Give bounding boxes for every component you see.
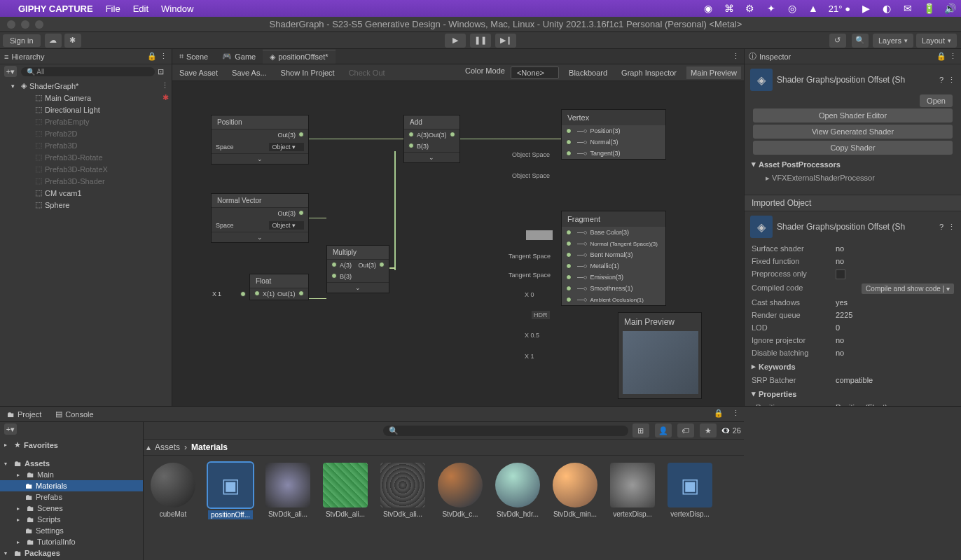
asset-item[interactable]: cubeMat [151,463,195,518]
tab-shadergraph[interactable]: ◈positionOffset* [263,50,335,64]
menu-edit[interactable]: Edit [133,4,148,14]
asset-item[interactable]: ▣vertexDisp... [668,463,712,518]
hierarchy-item[interactable]: ⬚Prefab3D-RotateX [0,163,172,175]
tab-game[interactable]: 🎮Game [215,50,263,63]
scene-menu-icon[interactable]: ⋮ [161,81,169,90]
menu-icon[interactable]: ⋮ [160,52,167,61]
view-generated-shader-button[interactable]: View Generated Shader [753,125,953,139]
project-search[interactable]: 🔍 [383,426,628,436]
folder-item[interactable]: 🖿Prefabs [0,491,143,503]
asset-item[interactable]: StvDdk_ali... [265,463,310,518]
blackboard-toggle[interactable]: Blackboard [565,66,611,79]
asset-item[interactable]: StvDdk_min... [553,463,597,518]
node-add[interactable]: Add A(3)Out(3) B(3) ⌄ [403,115,460,163]
layers-dropdown[interactable]: Layers [873,34,913,48]
space-dropdown[interactable]: Object ▾ [269,143,304,151]
bug-icon[interactable]: ✱ [64,34,81,48]
tray-icon[interactable]: ▶ [860,3,871,14]
lock-icon[interactable]: 🔒 [710,407,728,421]
volume-icon[interactable]: 🔊 [944,3,955,14]
breadcrumb-item[interactable]: Assets [155,442,180,452]
scene-icon[interactable]: ⊡ [158,67,169,76]
collapse-icon[interactable]: ⌄ [404,152,459,162]
hierarchy-item[interactable]: ⬚Prefab3D [0,139,172,151]
pause-button[interactable]: ❚❚ [470,34,491,48]
collapse-icon[interactable]: ⌄ [327,282,389,293]
float-x-input[interactable] [218,290,236,298]
app-name[interactable]: GIPHY CAPTURE [18,4,93,14]
help-icon[interactable]: ? [939,223,943,231]
filter-icon[interactable]: 👤 [655,424,672,438]
show-in-project-button[interactable]: Show In Project [277,66,339,79]
hidden-count[interactable]: 👁‍🗨 26 [721,426,741,435]
node-vertex[interactable]: Vertex —○Position(3) —○Normal(3) —○Tange… [561,109,666,160]
menu-window[interactable]: Window [161,4,193,14]
expand-icon[interactable]: ▾ [752,389,756,398]
folder-item[interactable]: ▸🖿Scenes [0,503,143,514]
hierarchy-item[interactable]: ⬚Directional Light [0,104,172,115]
folder-item[interactable]: ▸🖿TutorialInfo [0,536,143,547]
expand-icon[interactable]: ▸ [766,174,770,182]
close-button[interactable] [7,20,15,29]
space-dropdown[interactable]: Object ▾ [269,221,304,230]
tab-scene[interactable]: ⌗Scene [172,50,215,63]
filter-icon[interactable]: ★ [700,424,717,438]
tray-icon[interactable]: ✉ [902,3,913,14]
expand-icon[interactable]: ▾ [752,160,756,169]
add-button[interactable]: +▾ [4,424,17,435]
add-button[interactable]: +▾ [4,66,17,77]
layout-dropdown[interactable]: Layout [916,34,957,48]
tray-icon[interactable]: ✦ [766,3,777,14]
folder-item[interactable]: ▸🖿Main [0,469,143,480]
minimize-button[interactable] [21,20,29,29]
expand-icon[interactable]: ▸ [752,362,756,371]
asset-item[interactable]: vertexDisp... [610,463,655,518]
folder-item[interactable]: ▸🖿Scripts [0,514,143,525]
expand-icon[interactable]: ▾ [11,83,18,90]
save-asset-button[interactable]: Save Asset [175,66,222,79]
help-icon[interactable]: ? [939,76,943,84]
filter-icon[interactable]: ⊞ [632,424,649,438]
tray-icon[interactable]: ⚙ [745,3,756,14]
scene-root[interactable]: ▾ ◈ ShaderGraph* ⋮ [0,80,172,92]
step-button[interactable]: ▶❙ [495,34,516,48]
menu-file[interactable]: File [106,4,120,14]
asset-item[interactable]: StvDdk_ali... [380,463,425,518]
open-shader-editor-button[interactable]: Open Shader Editor [753,108,953,122]
signin-button[interactable]: Sign in [3,34,41,47]
color-mode-select[interactable]: <None> [511,66,559,79]
breadcrumb-item[interactable]: Materials [191,442,228,452]
compile-button[interactable]: Compile and show code | ▾ [862,284,954,294]
tab-project[interactable]: 🖿Project [0,407,48,421]
tab-menu-icon[interactable]: ⋮ [728,52,744,61]
scroll-up-icon[interactable]: ▴ [146,442,151,452]
search-icon[interactable]: 🔍 [852,34,869,48]
asset-item[interactable]: StvDdk_ali... [323,463,368,518]
node-normal-vector[interactable]: Normal Vector Out(3) SpaceObject ▾ ⌄ [211,193,309,243]
cloud-icon[interactable]: ☁ [45,34,62,48]
node-fragment[interactable]: Fragment —○Base Color(3) —○Normal (Tange… [561,211,666,306]
tray-icon[interactable]: ▲ [808,3,819,14]
hierarchy-item[interactable]: ⬚PrefabEmpty [0,115,172,127]
graph-inspector-toggle[interactable]: Graph Inspector [617,66,681,79]
tray-icon[interactable]: ◐ [881,3,892,14]
assets-folder[interactable]: ▾🖿Assets [0,458,143,469]
collapse-icon[interactable]: ⌄ [212,153,308,164]
hierarchy-item[interactable]: ⬚CM vcam1 [0,187,172,199]
preprocess-checkbox[interactable] [836,270,845,279]
tray-icon[interactable]: ⌘ [724,3,735,14]
menu-icon[interactable]: ⋮ [949,52,957,61]
tray-icon[interactable]: ◉ [703,3,714,14]
favorites-folder[interactable]: ▸★Favorites [0,439,143,451]
menu-icon[interactable]: ⋮ [948,76,955,85]
save-as-button[interactable]: Save As... [228,66,271,79]
zoom-button[interactable] [35,20,43,29]
packages-folder[interactable]: ▾🖿Packages [0,547,143,559]
copy-shader-button[interactable]: Copy Shader [753,141,953,155]
temperature[interactable]: 21° ● [829,4,850,14]
menu-icon[interactable]: ⋮ [728,407,744,421]
filter-icon[interactable]: 🏷 [677,424,694,438]
play-button[interactable]: ▶ [445,34,466,48]
menu-icon[interactable]: ⋮ [948,223,955,232]
hierarchy-item[interactable]: ⬚Prefab3D-Shader [0,175,172,187]
